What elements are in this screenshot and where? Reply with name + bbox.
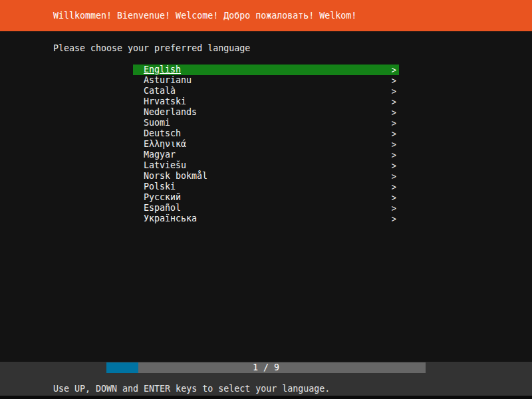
language-option-magyar[interactable]: Magyar > — [133, 150, 399, 160]
language-label: Norsk bokmål — [144, 171, 207, 182]
language-option-ellinika[interactable]: Ελληνικά > — [133, 139, 399, 150]
language-option-norsk-bokmal[interactable]: Norsk bokmål > — [133, 171, 399, 182]
progress-bar: 1 / 9 — [106, 362, 426, 373]
chevron-right-icon: > — [392, 213, 396, 225]
language-option-nederlands[interactable]: Nederlands > — [133, 107, 399, 118]
footer-bar: 1 / 9 Use UP, DOWN and ENTER keys to sel… — [0, 362, 532, 396]
language-label: Asturianu — [144, 75, 192, 86]
language-label: Русский — [144, 192, 181, 203]
welcome-title: Willkommen! Bienvenue! Welcome! Добро по… — [53, 11, 356, 21]
language-prompt: Please choose your preferred language — [53, 43, 250, 54]
installer-screen: Willkommen! Bienvenue! Welcome! Добро по… — [0, 0, 532, 399]
language-label: Català — [144, 86, 176, 96]
language-option-hrvatski[interactable]: Hrvatski > — [133, 96, 399, 107]
language-option-asturianu[interactable]: Asturianu > — [133, 75, 399, 86]
language-label: Hrvatski — [144, 96, 186, 107]
language-label: Latviešu — [144, 160, 186, 171]
language-label: Ελληνικά — [144, 139, 186, 150]
language-option-suomi[interactable]: Suomi > — [133, 118, 399, 128]
language-label: Suomi — [144, 118, 170, 128]
language-option-polski[interactable]: Polski > — [133, 182, 399, 192]
keyboard-help-text: Use UP, DOWN and ENTER keys to select yo… — [53, 384, 330, 394]
language-label: Español — [144, 203, 181, 213]
language-label: Українська — [144, 213, 197, 224]
language-label: English — [144, 65, 181, 75]
language-label: Deutsch — [144, 128, 181, 139]
language-option-deutsch[interactable]: Deutsch > — [133, 128, 399, 139]
language-label: Magyar — [144, 150, 176, 160]
bottom-strip — [0, 396, 532, 399]
language-option-russkiy[interactable]: Русский > — [133, 192, 399, 203]
language-option-espanol[interactable]: Español > — [133, 203, 399, 213]
language-option-ukrainska[interactable]: Українська > — [133, 213, 399, 224]
language-list: English > Asturianu > Català > Hrvatski … — [133, 65, 399, 224]
language-option-catala[interactable]: Català > — [133, 86, 399, 96]
language-option-latviesu[interactable]: Latviešu > — [133, 160, 399, 171]
progress-step-indicator: 1 / 9 — [106, 362, 426, 373]
language-label: Polski — [144, 182, 176, 192]
language-option-english[interactable]: English > — [133, 65, 399, 75]
header-bar: Willkommen! Bienvenue! Welcome! Добро по… — [0, 0, 532, 31]
language-label: Nederlands — [144, 107, 197, 118]
